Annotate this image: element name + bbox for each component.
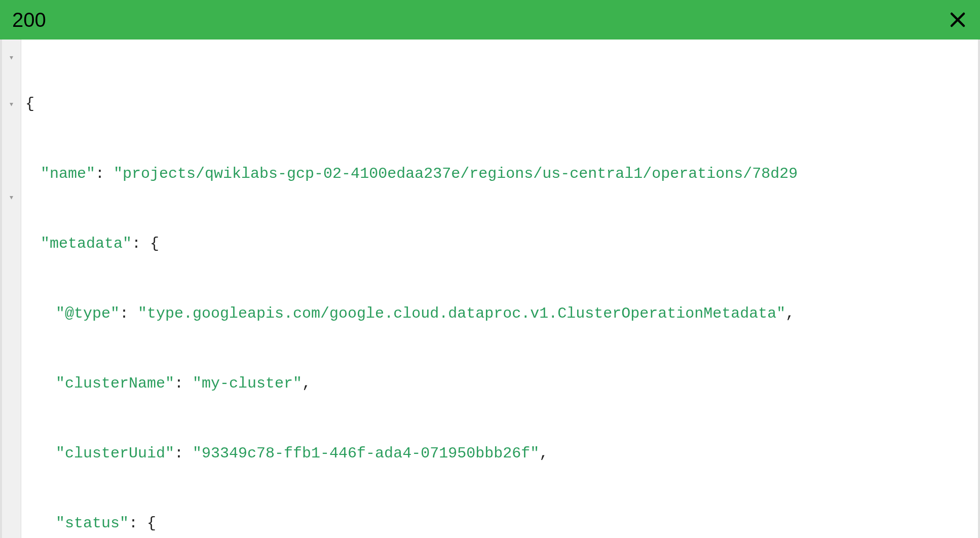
json-brace: { (150, 235, 159, 252)
json-line: "metadata": { (25, 232, 974, 255)
fold-gutter: ▾ ▾ ▾ (2, 40, 21, 538)
fold-toggle[interactable]: ▾ (2, 185, 21, 209)
json-line: "clusterUuid": "93349c78-ffb1-446f-ada4-… (25, 442, 974, 465)
json-string: "projects/qwiklabs-gcp-02-4100edaa237e/r… (114, 165, 798, 182)
json-brace: { (147, 515, 156, 532)
json-string: "my-cluster" (193, 375, 302, 392)
json-line: { (25, 92, 974, 116)
json-line: "clusterName": "my-cluster", (25, 372, 974, 395)
json-comma: , (539, 445, 548, 462)
json-colon: : (95, 165, 114, 182)
json-brace: { (25, 95, 34, 112)
json-colon: : (174, 445, 193, 462)
json-line: "@type": "type.googleapis.com/google.clo… (25, 302, 974, 325)
json-key: "status" (56, 515, 129, 532)
response-header: 200 (0, 0, 980, 40)
json-comma: , (785, 305, 795, 322)
close-button[interactable] (948, 10, 968, 30)
response-body: ▾ ▾ ▾ { "name": "projects/qwiklabs-gcp-0… (0, 40, 980, 538)
json-key: "@type" (56, 305, 120, 322)
status-code: 200 (12, 9, 46, 31)
json-colon: : (132, 235, 150, 252)
json-key: "metadata" (41, 235, 132, 252)
json-colon: : (129, 515, 147, 532)
close-icon (949, 11, 967, 29)
json-line: "name": "projects/qwiklabs-gcp-02-4100ed… (25, 162, 974, 185)
json-viewer[interactable]: { "name": "projects/qwiklabs-gcp-02-4100… (21, 40, 978, 538)
json-key: "name" (41, 165, 95, 182)
json-line: "status": { (25, 512, 974, 535)
json-colon: : (120, 305, 138, 322)
json-colon: : (174, 375, 193, 392)
json-key: "clusterName" (56, 375, 174, 392)
fold-toggle[interactable]: ▾ (2, 92, 21, 116)
json-string: "type.googleapis.com/google.cloud.datapr… (138, 305, 785, 322)
json-key: "clusterUuid" (56, 445, 174, 462)
json-comma: , (302, 375, 311, 392)
fold-toggle[interactable]: ▾ (2, 46, 21, 69)
json-string: "93349c78-ffb1-446f-ada4-071950bbb26f" (193, 445, 539, 462)
